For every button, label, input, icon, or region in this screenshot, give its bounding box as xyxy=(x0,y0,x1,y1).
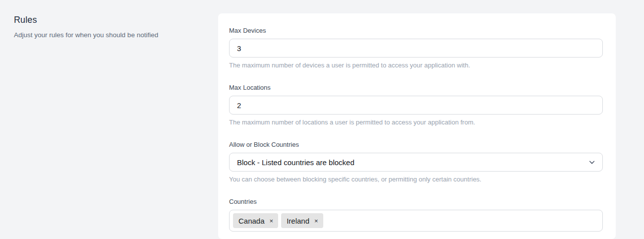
countries-tags-input[interactable]: Canada × Ireland × xyxy=(229,210,603,232)
max-devices-help-text: The maximum number of devices a user is … xyxy=(229,61,603,69)
max-devices-field-group: Max Devices The maximum number of device… xyxy=(229,27,603,69)
country-tag: Ireland × xyxy=(281,213,323,228)
max-devices-label: Max Devices xyxy=(229,27,603,34)
allow-block-help-text: You can choose between blocking specific… xyxy=(229,176,603,183)
allow-block-select[interactable]: Block - Listed countries are blocked xyxy=(229,153,603,172)
max-locations-field-group: Max Locations The maximum number of loca… xyxy=(229,84,603,126)
max-locations-help-text: The maximum number of locations a user i… xyxy=(229,119,603,126)
country-tag: Canada × xyxy=(233,213,278,228)
section-intro: Rules Adjust your rules for when you sho… xyxy=(0,0,218,239)
rules-form-card: Max Devices The maximum number of device… xyxy=(218,13,616,239)
remove-tag-icon[interactable]: × xyxy=(314,218,318,224)
allow-block-label: Allow or Block Countries xyxy=(229,141,603,148)
rules-settings-section: Rules Adjust your rules for when you sho… xyxy=(0,0,644,239)
country-tag-label: Ireland xyxy=(287,217,309,225)
max-devices-input[interactable] xyxy=(229,39,603,58)
countries-label: Countries xyxy=(229,198,603,205)
chevron-down-icon xyxy=(588,159,595,166)
allow-block-field-group: Allow or Block Countries Block - Listed … xyxy=(229,141,603,183)
section-title: Rules xyxy=(14,15,208,25)
countries-field-group: Countries Canada × Ireland × xyxy=(229,198,603,232)
max-locations-input[interactable] xyxy=(229,96,603,115)
max-locations-label: Max Locations xyxy=(229,84,603,91)
section-description: Adjust your rules for when you should be… xyxy=(14,31,208,39)
country-tag-label: Canada xyxy=(238,217,265,225)
allow-block-selected-value: Block - Listed countries are blocked xyxy=(237,158,354,167)
remove-tag-icon[interactable]: × xyxy=(270,218,274,224)
